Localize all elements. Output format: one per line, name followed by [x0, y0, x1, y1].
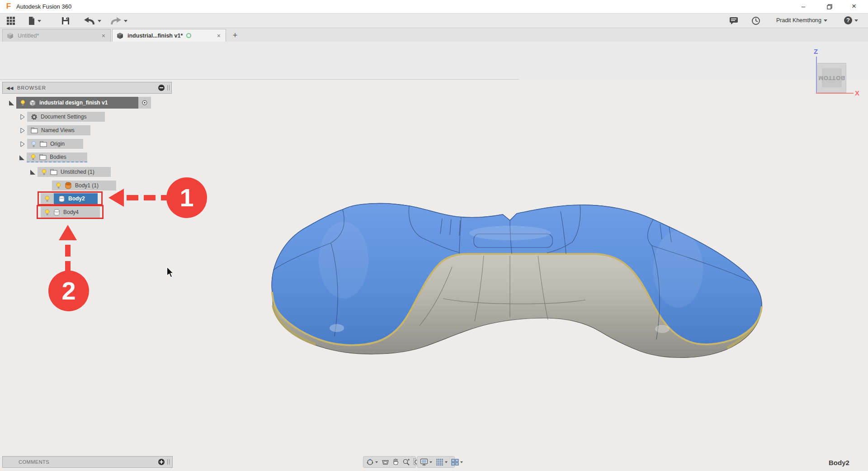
fusion-logo-icon: F: [5, 2, 13, 10]
z-axis-label: Z: [814, 48, 818, 55]
file-menu-button[interactable]: [28, 16, 41, 26]
orbit-tool[interactable]: [366, 458, 378, 466]
grid-settings-tool[interactable]: [436, 458, 448, 466]
bulb-on-icon[interactable]: [56, 182, 61, 189]
document-tab-bar: Untitled* × industrial...finish v1* × +: [0, 28, 868, 42]
close-button[interactable]: ×: [844, 0, 864, 14]
pan-tool[interactable]: [392, 458, 399, 466]
tree-row-body2[interactable]: Body2: [41, 193, 98, 204]
navigation-toolbar-view: [363, 456, 416, 468]
comments-label: COMMENTS: [19, 459, 49, 465]
tab-close-icon[interactable]: ×: [216, 32, 222, 39]
new-tab-button[interactable]: +: [230, 30, 241, 41]
expander-open-icon[interactable]: [9, 100, 14, 105]
row-label: Unstitched (1): [61, 169, 94, 175]
viewports-caret[interactable]: [460, 461, 463, 463]
minimize-button[interactable]: –: [793, 0, 814, 14]
save-button[interactable]: [61, 16, 70, 26]
x-axis-label: X: [855, 89, 859, 97]
display-caret[interactable]: [429, 461, 432, 463]
zoom-tool[interactable]: [402, 458, 410, 466]
tree-row-body1[interactable]: Body1 (1): [52, 181, 116, 190]
panel-grip[interactable]: [167, 459, 170, 465]
component-cube-icon: [29, 99, 36, 106]
undo-button[interactable]: [84, 16, 101, 26]
restore-icon: [827, 4, 832, 10]
tab-untitled[interactable]: Untitled* ×: [2, 29, 111, 42]
viewports-tool[interactable]: [451, 459, 463, 466]
view-cube[interactable]: Z BOTTOM X: [811, 47, 863, 99]
window-title: Autodesk Fusion 360: [16, 3, 71, 10]
z-axis-line: [816, 57, 817, 93]
bulb-off-icon[interactable]: [31, 141, 37, 147]
document-icon: [6, 32, 14, 39]
tree-row-bodies[interactable]: Bodies: [19, 152, 87, 162]
activate-component-icon[interactable]: [142, 99, 147, 106]
app-toolbar: Pradit Khemthong ?: [0, 14, 868, 28]
tab-industrial-design[interactable]: industrial...finish v1* ×: [112, 29, 226, 42]
undo-caret[interactable]: [98, 20, 101, 22]
view-cube-face-inner[interactable]: BOTTOM: [822, 68, 842, 87]
controller-3d-model[interactable]: [262, 192, 778, 371]
solid-body-icon: [53, 209, 60, 216]
display-settings-tool[interactable]: [420, 458, 433, 466]
bulb-on-icon[interactable]: [44, 195, 50, 202]
user-menu-caret: [824, 19, 827, 22]
folder-icon: [50, 169, 57, 175]
maximize-button[interactable]: [819, 0, 840, 14]
expander-open-icon[interactable]: [30, 170, 35, 175]
solid-body-icon: [58, 195, 65, 202]
file-menu-caret: [38, 20, 41, 22]
row-label: Body4: [63, 209, 79, 215]
grid-caret[interactable]: [445, 461, 448, 463]
redo-button[interactable]: [110, 16, 127, 26]
mouse-cursor-icon: [166, 267, 175, 278]
comments-expand-icon[interactable]: [158, 459, 165, 465]
gear-icon: [31, 114, 38, 120]
folder-icon: [40, 141, 47, 147]
view-cube-face[interactable]: BOTTOM: [817, 63, 846, 93]
comments-feed-icon[interactable]: [729, 16, 738, 26]
tab-label: Untitled*: [18, 33, 39, 39]
app-grid-icon[interactable]: [6, 16, 15, 26]
expander-open-icon[interactable]: [19, 155, 24, 160]
expander-closed-icon[interactable]: [20, 128, 25, 133]
bulb-on-icon[interactable]: [44, 209, 50, 216]
user-name: Pradit Khemthong: [776, 17, 821, 24]
job-status-clock-icon[interactable]: [751, 16, 760, 26]
help-caret: [854, 19, 858, 22]
tree-row-document-settings[interactable]: Document Settings: [20, 112, 105, 122]
row-label: Named Views: [41, 127, 75, 133]
ribbon-toolbar: MODEL SKETCH: [0, 42, 868, 80]
orbit-caret[interactable]: [375, 461, 378, 463]
expander-closed-icon[interactable]: [20, 114, 25, 120]
look-at-tool[interactable]: [382, 459, 389, 466]
browser-header[interactable]: ◀◀ BROWSER: [2, 82, 172, 94]
help-menu[interactable]: ?: [844, 16, 858, 24]
tree-row-root[interactable]: industrial design_finish v1: [9, 97, 151, 109]
row-label: Body2: [68, 195, 85, 202]
bulb-on-icon[interactable]: [30, 154, 36, 161]
row-label: Body1 (1): [75, 182, 99, 189]
browser-panel: ◀◀ BROWSER industrial design_finish v1 D…: [2, 82, 173, 227]
tree-row-body4[interactable]: Body4: [41, 207, 100, 218]
tree-row-origin[interactable]: Origin: [20, 139, 83, 149]
expander-closed-icon[interactable]: [20, 141, 25, 147]
row-label: Bodies: [50, 154, 66, 160]
folder-icon: [39, 154, 47, 160]
panel-minimize-icon[interactable]: [158, 85, 165, 91]
comments-panel[interactable]: COMMENTS: [2, 456, 173, 468]
user-account-menu[interactable]: Pradit Khemthong: [776, 17, 827, 24]
tree-row-unstitched[interactable]: Unstitched (1): [30, 167, 111, 177]
redo-caret[interactable]: [124, 20, 127, 22]
bulb-on-icon[interactable]: [20, 100, 26, 106]
bulb-on-icon[interactable]: [41, 169, 47, 176]
row-label: Origin: [50, 141, 65, 147]
tree-row-named-views[interactable]: Named Views: [20, 125, 90, 135]
collapse-panel-icon[interactable]: ◀◀: [6, 86, 13, 90]
browser-title: BROWSER: [17, 85, 46, 90]
tab-close-icon[interactable]: ×: [100, 32, 107, 39]
sync-status-icon: [186, 33, 191, 38]
panel-grip[interactable]: [167, 85, 170, 90]
root-label: industrial design_finish v1: [39, 100, 108, 106]
